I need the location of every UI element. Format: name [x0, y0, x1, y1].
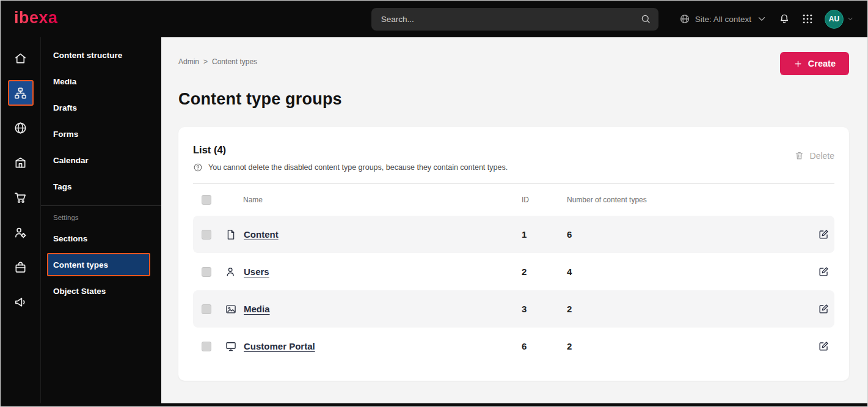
rail-item-personalization[interactable]: [8, 219, 34, 245]
site-context-selector[interactable]: Site: All context: [679, 13, 767, 24]
breadcrumb-separator: >: [203, 57, 208, 66]
group-count: 6: [555, 229, 803, 240]
notifications-button[interactable]: [778, 13, 790, 25]
rail-item-company[interactable]: [8, 150, 34, 175]
row-checkbox[interactable]: [202, 342, 211, 351]
monitor-icon: [225, 340, 237, 353]
sidebar: Content structure Media Drafts Forms Cal…: [40, 37, 161, 403]
group-id: 2: [507, 266, 555, 277]
main-content: Admin > Content types Create Content typ…: [161, 37, 867, 403]
ibexa-logo[interactable]: ibexa: [14, 10, 58, 29]
sidebar-item-calendar[interactable]: Calendar: [41, 147, 161, 174]
sidebar-item-object-states[interactable]: Object States: [41, 278, 161, 304]
group-link[interactable]: Users: [244, 266, 269, 277]
trash-icon: [794, 150, 804, 161]
edit-icon: [818, 229, 830, 240]
row-checkbox[interactable]: [202, 304, 211, 314]
list-title: List (4): [193, 144, 508, 156]
breadcrumb-current: Content types: [212, 57, 257, 66]
sidebar-section-settings: Settings: [41, 205, 161, 226]
edit-icon: [818, 340, 830, 352]
topbar-actions: Site: All context AU: [679, 10, 854, 29]
row-checkbox[interactable]: [202, 230, 211, 240]
edit-button[interactable]: [818, 303, 830, 315]
rail-item-marketing[interactable]: [8, 289, 34, 315]
delete-button[interactable]: Delete: [794, 150, 834, 161]
file-icon: [225, 229, 237, 241]
group-count: 2: [555, 304, 803, 314]
site-context-label: Site: All context: [695, 15, 751, 24]
edit-button[interactable]: [818, 266, 830, 277]
group-id: 1: [507, 229, 555, 240]
sidebar-item-tags[interactable]: Tags: [41, 174, 161, 200]
briefcase-icon: [13, 260, 27, 274]
sitemap-icon: [13, 86, 27, 100]
edit-icon: [818, 266, 830, 277]
column-header-name: Name: [225, 196, 507, 204]
sidebar-item-content-structure[interactable]: Content structure: [41, 42, 161, 68]
globe-icon: [13, 121, 27, 135]
rail-item-commerce[interactable]: [8, 185, 34, 210]
sidebar-item-drafts[interactable]: Drafts: [41, 95, 161, 121]
question-circle-icon: [193, 163, 203, 172]
bell-icon: [778, 13, 790, 25]
create-button[interactable]: Create: [780, 52, 849, 75]
select-all-checkbox[interactable]: [202, 195, 211, 205]
user-menu[interactable]: AU: [825, 10, 854, 29]
edit-button[interactable]: [818, 340, 830, 352]
user-settings-icon: [13, 226, 27, 240]
image-icon: [225, 303, 237, 315]
edit-icon: [818, 303, 830, 315]
global-search: [371, 8, 658, 31]
rail-item-content[interactable]: [8, 80, 34, 106]
grid-icon: [801, 13, 814, 25]
avatar: AU: [825, 10, 844, 29]
cart-icon: [13, 191, 27, 205]
group-count: 4: [555, 266, 803, 277]
chevron-down-icon: [756, 13, 767, 24]
info-text: You cannot delete the disabled content t…: [208, 163, 508, 172]
group-link[interactable]: Media: [244, 304, 270, 314]
user-icon: [225, 266, 237, 278]
column-header-id: ID: [507, 196, 555, 204]
table-header-row: Name ID Number of content types: [193, 184, 834, 216]
group-link[interactable]: Customer Portal: [244, 341, 315, 351]
breadcrumb-admin[interactable]: Admin: [178, 57, 199, 66]
table-row: Customer Portal 6 2: [193, 328, 834, 365]
column-header-count: Number of content types: [555, 196, 803, 204]
row-checkbox[interactable]: [202, 267, 211, 277]
globe-icon: [679, 13, 690, 24]
group-link[interactable]: Content: [244, 229, 279, 240]
sidebar-item-sections[interactable]: Sections: [41, 226, 161, 252]
home-icon: [13, 51, 27, 65]
search-icon: [640, 13, 651, 24]
table-row: Content 1 6: [193, 216, 834, 253]
sidebar-item-media[interactable]: Media: [41, 68, 161, 95]
window-bottom-edge: [1, 403, 867, 406]
sidebar-item-forms[interactable]: Forms: [41, 121, 161, 147]
content-type-groups-table: Name ID Number of content types Content: [193, 183, 834, 365]
rail-item-site[interactable]: [8, 115, 34, 141]
apps-menu-button[interactable]: [801, 13, 814, 25]
info-note: You cannot delete the disabled content t…: [193, 163, 508, 172]
page-title: Content type groups: [178, 90, 849, 109]
sidebar-item-content-types[interactable]: Content types: [47, 253, 150, 276]
chevron-down-icon: [847, 15, 854, 23]
rail-item-catalog[interactable]: [8, 254, 34, 280]
group-id: 3: [507, 304, 555, 314]
content-type-groups-panel: List (4) You cannot delete the disabled …: [178, 127, 849, 381]
top-bar: ibexa Site: All context: [1, 1, 867, 37]
plus-icon: [793, 59, 803, 68]
table-row: Users 2 4: [193, 253, 834, 290]
megaphone-icon: [13, 295, 27, 309]
edit-button[interactable]: [818, 229, 830, 240]
rail-item-dashboard[interactable]: [8, 45, 34, 71]
icon-rail: [1, 37, 40, 403]
table-row: Media 3 2: [193, 290, 834, 328]
ibexa-admin-window: ibexa Site: All context: [0, 0, 868, 407]
group-id: 6: [507, 341, 555, 351]
group-count: 2: [555, 341, 803, 351]
building-icon: [13, 156, 27, 170]
breadcrumb: Admin > Content types: [178, 52, 257, 66]
search-input[interactable]: [381, 15, 640, 24]
